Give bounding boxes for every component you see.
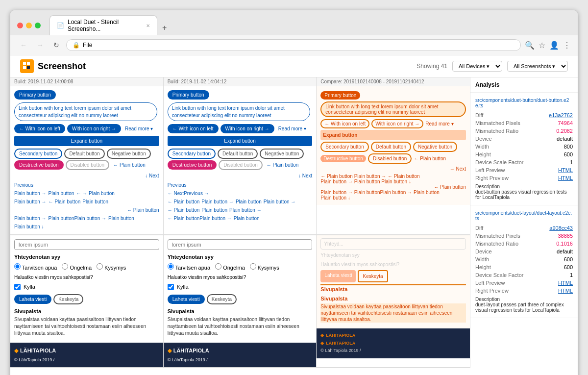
- p1-icon-left-button[interactable]: ← With icon on left: [14, 124, 65, 133]
- maximize-button[interactable]: [35, 23, 41, 28]
- logo-icon: [20, 59, 34, 73]
- reload-button[interactable]: ↻: [50, 40, 62, 50]
- p1-radio-1[interactable]: [14, 263, 21, 270]
- analysis-right-val-2[interactable]: HTML: [524, 288, 573, 294]
- p2-destructive-button[interactable]: Destructive button: [168, 160, 217, 170]
- analysis-scale-row-2: Device Scale Factor 1: [475, 272, 573, 278]
- diff-icon-right: With icon on right →: [371, 119, 423, 128]
- back-button[interactable]: ←: [17, 40, 30, 50]
- p1-negative-button[interactable]: Negative button: [107, 149, 151, 159]
- p2-form-input[interactable]: [168, 239, 313, 250]
- menu-icon[interactable]: ⋮: [563, 41, 571, 50]
- p2-default-button[interactable]: Default button: [218, 149, 258, 159]
- analysis-path-2[interactable]: src/components/duet-layout/duet-layout.e…: [475, 210, 573, 221]
- p1-primary-button[interactable]: Primary button: [14, 90, 56, 100]
- p2-plain-3[interactable]: Plain button: [236, 198, 262, 205]
- p2-plain-6[interactable]: Plain button: [201, 206, 227, 214]
- p2-negative-button[interactable]: Negative button: [260, 149, 304, 159]
- p1-cancel-btn[interactable]: Keskeyta: [53, 294, 83, 304]
- p1-submit-btn[interactable]: Laheta viesti: [14, 295, 51, 304]
- p2-plain-9[interactable]: Plain button: [234, 215, 260, 222]
- p2-plain-2[interactable]: Plain button →: [201, 198, 234, 205]
- p1-plain-7[interactable]: ← Plain button: [127, 207, 159, 213]
- p1-form-input[interactable]: [14, 239, 159, 250]
- devices-dropdown[interactable]: All Devices ▾: [452, 61, 502, 72]
- p1-link-button[interactable]: Link button with long text lorem ipsum d…: [14, 102, 157, 121]
- analysis-path-1[interactable]: src/components/duet-button/duet-button.e…: [475, 98, 573, 108]
- p1-icon-right-button[interactable]: With icon on right →: [67, 124, 121, 133]
- p2-icon-right-button[interactable]: With icon on right →: [220, 124, 274, 133]
- p1-plain-button[interactable]: ← Plain button: [111, 162, 147, 168]
- p2-nextprev-link[interactable]: ← NextPrevious →: [168, 190, 209, 197]
- new-tab-button[interactable]: +: [157, 21, 172, 35]
- p1-plain-10[interactable]: Plain button: [108, 215, 134, 222]
- search-icon[interactable]: 🔍: [525, 41, 535, 50]
- diff-icon-left: ← With icon on left: [320, 119, 369, 128]
- address-bar[interactable]: 🔒 File: [66, 39, 521, 51]
- forward-button[interactable]: →: [34, 40, 47, 50]
- minimize-button[interactable]: [26, 23, 32, 28]
- p2-cancel-btn[interactable]: Keskeyta: [207, 294, 237, 304]
- p2-radio-2-label[interactable]: Ongelma: [215, 263, 245, 272]
- p1-default-button[interactable]: Default button: [64, 149, 104, 159]
- analysis-left-val-2[interactable]: HTML: [524, 280, 573, 286]
- bookmark-icon[interactable]: ☆: [539, 41, 545, 50]
- p1-destructive-button[interactable]: Destructive button: [14, 160, 64, 170]
- active-tab[interactable]: 📄 Local Duet - Stencil Screensho... ✕: [49, 15, 157, 35]
- p2-plain-5[interactable]: ← Plain button: [168, 206, 200, 214]
- close-button[interactable]: [17, 23, 23, 28]
- p2-plain-1[interactable]: ← Plain button: [168, 198, 200, 205]
- p2-secondary-button[interactable]: Secondary button: [168, 149, 216, 159]
- p2-radio-1[interactable]: [168, 263, 174, 270]
- analysis-header: Analysis: [470, 77, 578, 93]
- p2-radio-3[interactable]: [250, 263, 256, 270]
- analysis-pixels-row-2: Mismatched Pixels 38885: [475, 233, 573, 239]
- screenshots-dropdown[interactable]: All Screenshots ▾: [507, 61, 568, 72]
- p1-readmore-button[interactable]: Read more ▾: [123, 126, 155, 131]
- p1-plain-9[interactable]: Plain buttonPlain button →: [49, 215, 106, 222]
- p2-icon-left-button[interactable]: ← With icon on left: [168, 124, 219, 133]
- panel1-primary-row: Primary button: [14, 90, 159, 100]
- p2-submit-btn[interactable]: Laheta viesti: [168, 295, 205, 304]
- p2-plain-button[interactable]: ← Plain button: [265, 162, 301, 168]
- p1-radio-3[interactable]: [97, 263, 103, 270]
- p1-secondary-button[interactable]: Secondary button: [14, 149, 62, 159]
- p1-plain-4[interactable]: Plain button →: [14, 198, 47, 205]
- p1-next-link[interactable]: ↓ Next: [145, 173, 159, 178]
- p1-checkbox[interactable]: [14, 284, 21, 290]
- p2-primary-button[interactable]: Primary button: [168, 90, 209, 100]
- p2-link-button[interactable]: Link button with long text lorem ipsum d…: [168, 102, 311, 121]
- p2-checkbox[interactable]: [168, 284, 174, 290]
- p2-readmore-button[interactable]: Read more ▾: [276, 126, 308, 131]
- analysis-diff-val-2[interactable]: a908cc43: [524, 225, 573, 231]
- p2-expand-button[interactable]: Expand button: [168, 136, 313, 146]
- p1-plain-5[interactable]: ← Plain button: [49, 198, 81, 205]
- p1-radio-2[interactable]: [62, 263, 68, 270]
- p1-form-buttons: Laheta viesti Keskeyta: [14, 294, 159, 304]
- p1-plain-1[interactable]: Plain button →: [14, 190, 47, 197]
- analysis-right-val-1[interactable]: HTML: [524, 175, 573, 181]
- p2-radio-2[interactable]: [215, 263, 221, 270]
- p2-plain-4[interactable]: Plain button →: [264, 198, 296, 205]
- p2-plain-7[interactable]: Plain button →: [229, 206, 262, 214]
- analysis-left-val-1[interactable]: HTML: [524, 167, 573, 173]
- p1-sidebar-text: Sivupalstaa voidaan kayttaa paasisaltoon…: [14, 316, 159, 337]
- p1-previous-link[interactable]: Previous: [14, 182, 33, 188]
- p1-radio-2-label[interactable]: Ongelma: [62, 263, 92, 272]
- tab-close-icon[interactable]: ✕: [146, 23, 150, 28]
- p1-plain-11[interactable]: Plain button ↓: [14, 223, 44, 230]
- p2-previous-link[interactable]: Previous: [168, 182, 187, 188]
- p2-plain-8[interactable]: ← Plain buttonPlain button →: [168, 215, 232, 222]
- p1-radio-3-label[interactable]: Kysymys: [97, 263, 126, 272]
- p1-expand-button[interactable]: Expand button: [14, 136, 159, 146]
- p1-plain-6[interactable]: Plain button: [82, 198, 108, 205]
- p1-radio-1-label[interactable]: Tarvitsen apua: [14, 263, 57, 272]
- p1-plain-8[interactable]: Plain button →: [14, 215, 47, 222]
- analysis-diff-val-1[interactable]: e13a2762: [524, 112, 573, 118]
- p2-radio-1-label[interactable]: Tarvitsen apua: [168, 263, 210, 272]
- p1-plain-3[interactable]: ← → Plain button: [76, 190, 114, 197]
- p2-next-link[interactable]: ↓ Next: [298, 173, 312, 178]
- account-icon[interactable]: 👤: [549, 41, 559, 50]
- p1-plain-2[interactable]: Plain button: [49, 190, 74, 197]
- p2-radio-3-label[interactable]: Kysymys: [250, 263, 279, 272]
